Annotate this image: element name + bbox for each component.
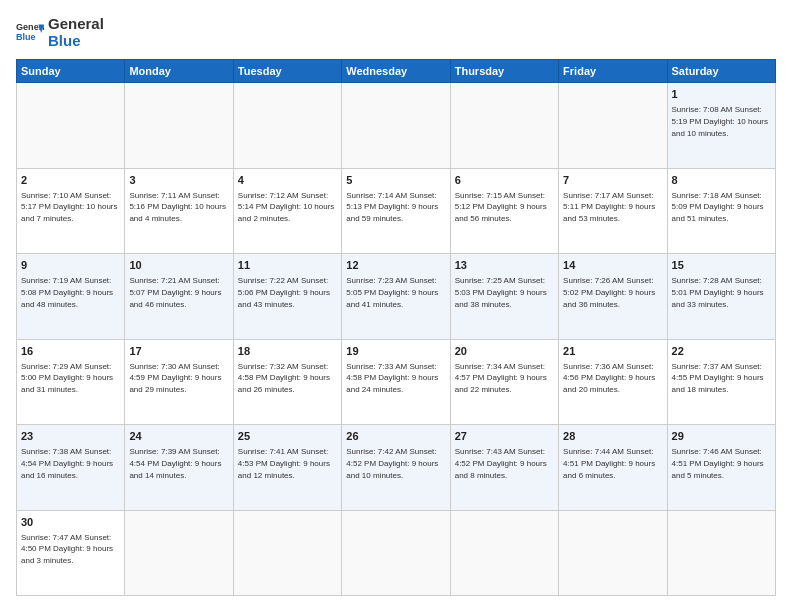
day-cell (125, 83, 233, 169)
day-info: Sunrise: 7:30 AM Sunset: 4:59 PM Dayligh… (129, 361, 228, 396)
day-cell: 5Sunrise: 7:14 AM Sunset: 5:13 PM Daylig… (342, 168, 450, 254)
day-number: 11 (238, 258, 337, 273)
day-info: Sunrise: 7:23 AM Sunset: 5:05 PM Dayligh… (346, 275, 445, 310)
day-cell: 6Sunrise: 7:15 AM Sunset: 5:12 PM Daylig… (450, 168, 558, 254)
day-info: Sunrise: 7:10 AM Sunset: 5:17 PM Dayligh… (21, 190, 120, 225)
day-cell: 21Sunrise: 7:36 AM Sunset: 4:56 PM Dayli… (559, 339, 667, 425)
week-row-4: 16Sunrise: 7:29 AM Sunset: 5:00 PM Dayli… (17, 339, 776, 425)
day-cell: 2Sunrise: 7:10 AM Sunset: 5:17 PM Daylig… (17, 168, 125, 254)
day-cell (450, 83, 558, 169)
day-cell (450, 510, 558, 596)
day-number: 9 (21, 258, 120, 273)
day-cell (233, 510, 341, 596)
day-info: Sunrise: 7:47 AM Sunset: 4:50 PM Dayligh… (21, 532, 120, 567)
day-info: Sunrise: 7:08 AM Sunset: 5:19 PM Dayligh… (672, 104, 771, 139)
day-number: 26 (346, 429, 445, 444)
day-cell (342, 510, 450, 596)
day-info: Sunrise: 7:11 AM Sunset: 5:16 PM Dayligh… (129, 190, 228, 225)
day-info: Sunrise: 7:15 AM Sunset: 5:12 PM Dayligh… (455, 190, 554, 225)
day-info: Sunrise: 7:25 AM Sunset: 5:03 PM Dayligh… (455, 275, 554, 310)
day-number: 28 (563, 429, 662, 444)
day-cell (125, 510, 233, 596)
day-number: 15 (672, 258, 771, 273)
day-cell: 7Sunrise: 7:17 AM Sunset: 5:11 PM Daylig… (559, 168, 667, 254)
day-cell: 23Sunrise: 7:38 AM Sunset: 4:54 PM Dayli… (17, 425, 125, 511)
day-cell (559, 510, 667, 596)
logo-blue: Blue (48, 33, 104, 50)
day-info: Sunrise: 7:28 AM Sunset: 5:01 PM Dayligh… (672, 275, 771, 310)
day-info: Sunrise: 7:14 AM Sunset: 5:13 PM Dayligh… (346, 190, 445, 225)
day-info: Sunrise: 7:32 AM Sunset: 4:58 PM Dayligh… (238, 361, 337, 396)
day-number: 2 (21, 173, 120, 188)
day-cell (559, 83, 667, 169)
weekday-header-row: SundayMondayTuesdayWednesdayThursdayFrid… (17, 60, 776, 83)
day-cell: 24Sunrise: 7:39 AM Sunset: 4:54 PM Dayli… (125, 425, 233, 511)
week-row-2: 2Sunrise: 7:10 AM Sunset: 5:17 PM Daylig… (17, 168, 776, 254)
logo-icon: General Blue (16, 19, 44, 47)
week-row-3: 9Sunrise: 7:19 AM Sunset: 5:08 PM Daylig… (17, 254, 776, 340)
day-number: 24 (129, 429, 228, 444)
day-info: Sunrise: 7:43 AM Sunset: 4:52 PM Dayligh… (455, 446, 554, 481)
day-number: 23 (21, 429, 120, 444)
logo: General Blue General Blue (16, 16, 104, 49)
day-cell: 11Sunrise: 7:22 AM Sunset: 5:06 PM Dayli… (233, 254, 341, 340)
day-cell: 8Sunrise: 7:18 AM Sunset: 5:09 PM Daylig… (667, 168, 775, 254)
week-row-6: 30Sunrise: 7:47 AM Sunset: 4:50 PM Dayli… (17, 510, 776, 596)
day-number: 10 (129, 258, 228, 273)
day-info: Sunrise: 7:17 AM Sunset: 5:11 PM Dayligh… (563, 190, 662, 225)
day-number: 16 (21, 344, 120, 359)
day-cell: 19Sunrise: 7:33 AM Sunset: 4:58 PM Dayli… (342, 339, 450, 425)
day-cell: 15Sunrise: 7:28 AM Sunset: 5:01 PM Dayli… (667, 254, 775, 340)
weekday-monday: Monday (125, 60, 233, 83)
day-info: Sunrise: 7:26 AM Sunset: 5:02 PM Dayligh… (563, 275, 662, 310)
day-info: Sunrise: 7:38 AM Sunset: 4:54 PM Dayligh… (21, 446, 120, 481)
day-cell: 13Sunrise: 7:25 AM Sunset: 5:03 PM Dayli… (450, 254, 558, 340)
day-cell: 18Sunrise: 7:32 AM Sunset: 4:58 PM Dayli… (233, 339, 341, 425)
day-info: Sunrise: 7:41 AM Sunset: 4:53 PM Dayligh… (238, 446, 337, 481)
day-cell (667, 510, 775, 596)
day-cell: 25Sunrise: 7:41 AM Sunset: 4:53 PM Dayli… (233, 425, 341, 511)
calendar-table: SundayMondayTuesdayWednesdayThursdayFrid… (16, 59, 776, 596)
day-number: 1 (672, 87, 771, 102)
day-number: 21 (563, 344, 662, 359)
day-cell: 29Sunrise: 7:46 AM Sunset: 4:51 PM Dayli… (667, 425, 775, 511)
svg-text:Blue: Blue (16, 32, 36, 42)
weekday-sunday: Sunday (17, 60, 125, 83)
day-info: Sunrise: 7:19 AM Sunset: 5:08 PM Dayligh… (21, 275, 120, 310)
weekday-friday: Friday (559, 60, 667, 83)
day-cell: 14Sunrise: 7:26 AM Sunset: 5:02 PM Dayli… (559, 254, 667, 340)
day-number: 7 (563, 173, 662, 188)
day-cell: 22Sunrise: 7:37 AM Sunset: 4:55 PM Dayli… (667, 339, 775, 425)
day-cell (233, 83, 341, 169)
day-number: 6 (455, 173, 554, 188)
weekday-wednesday: Wednesday (342, 60, 450, 83)
day-cell: 26Sunrise: 7:42 AM Sunset: 4:52 PM Dayli… (342, 425, 450, 511)
day-number: 29 (672, 429, 771, 444)
day-number: 4 (238, 173, 337, 188)
day-info: Sunrise: 7:18 AM Sunset: 5:09 PM Dayligh… (672, 190, 771, 225)
day-number: 18 (238, 344, 337, 359)
day-cell: 28Sunrise: 7:44 AM Sunset: 4:51 PM Dayli… (559, 425, 667, 511)
day-info: Sunrise: 7:33 AM Sunset: 4:58 PM Dayligh… (346, 361, 445, 396)
weekday-tuesday: Tuesday (233, 60, 341, 83)
logo-general: General (48, 16, 104, 33)
weekday-thursday: Thursday (450, 60, 558, 83)
day-cell: 3Sunrise: 7:11 AM Sunset: 5:16 PM Daylig… (125, 168, 233, 254)
day-number: 27 (455, 429, 554, 444)
header: General Blue General Blue (16, 16, 776, 49)
day-info: Sunrise: 7:39 AM Sunset: 4:54 PM Dayligh… (129, 446, 228, 481)
day-info: Sunrise: 7:46 AM Sunset: 4:51 PM Dayligh… (672, 446, 771, 481)
day-number: 5 (346, 173, 445, 188)
day-info: Sunrise: 7:21 AM Sunset: 5:07 PM Dayligh… (129, 275, 228, 310)
day-number: 8 (672, 173, 771, 188)
day-number: 19 (346, 344, 445, 359)
day-cell: 16Sunrise: 7:29 AM Sunset: 5:00 PM Dayli… (17, 339, 125, 425)
weekday-saturday: Saturday (667, 60, 775, 83)
day-info: Sunrise: 7:29 AM Sunset: 5:00 PM Dayligh… (21, 361, 120, 396)
day-number: 3 (129, 173, 228, 188)
day-number: 22 (672, 344, 771, 359)
day-cell: 30Sunrise: 7:47 AM Sunset: 4:50 PM Dayli… (17, 510, 125, 596)
day-number: 20 (455, 344, 554, 359)
day-cell: 17Sunrise: 7:30 AM Sunset: 4:59 PM Dayli… (125, 339, 233, 425)
day-cell (342, 83, 450, 169)
